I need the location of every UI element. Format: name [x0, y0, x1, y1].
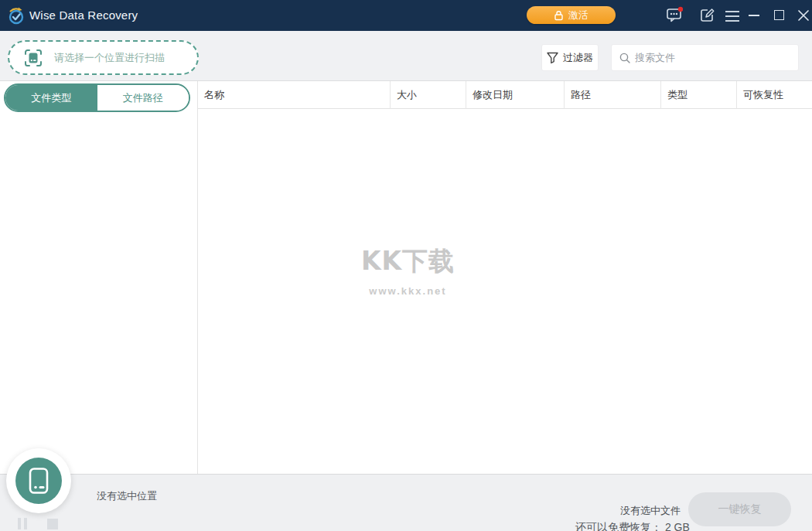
search-icon [619, 52, 631, 64]
filter-funnel-icon [547, 52, 558, 64]
titlebar: Wise Data Recovery 激活 [0, 0, 812, 31]
free-quota-label: 还可以免费恢复： 2 GB [575, 521, 690, 531]
column-header-path[interactable]: 路径 [564, 81, 660, 109]
column-header-type[interactable]: 类型 [660, 81, 736, 109]
watermark: KK下载 www.kkx.net [352, 244, 464, 297]
column-header-name[interactable]: 名称 [198, 81, 390, 109]
column-header-size[interactable]: 大小 [390, 81, 466, 109]
scan-drive-icon [23, 48, 43, 68]
filter-label: 过滤器 [563, 51, 593, 65]
filter-button[interactable]: 过滤器 [541, 44, 599, 71]
search-box [611, 44, 799, 71]
activate-button[interactable]: 激活 [527, 6, 616, 24]
maximize-button[interactable] [774, 10, 784, 20]
activate-label: 激活 [568, 9, 589, 22]
tab-file-type[interactable]: 文件类型 [5, 85, 97, 111]
sidebar-panel: 文件类型 文件路径 [0, 81, 198, 474]
app-title: Wise Data Recovery [29, 9, 138, 22]
pause-scan-icon[interactable] [18, 518, 29, 529]
results-table-header: 名称 大小 修改日期 路径 类型 可恢复性 [198, 81, 812, 109]
notification-badge [678, 7, 683, 12]
edit-feedback-icon[interactable] [698, 6, 715, 23]
location-status: 没有选中位置 [97, 489, 157, 503]
toolbar: 请选择一个位置进行扫描 过滤器 [0, 31, 812, 81]
view-tabs: 文件类型 文件路径 [4, 83, 190, 112]
column-header-recoverability[interactable]: 可恢复性 [736, 81, 812, 109]
drive-select-fab[interactable] [6, 448, 71, 513]
column-header-modified-date[interactable]: 修改日期 [466, 81, 564, 109]
close-button[interactable] [797, 9, 810, 22]
app-logo-icon [7, 6, 26, 25]
selection-status: 没有选中文件 [620, 504, 681, 518]
stop-scan-icon[interactable] [47, 519, 58, 529]
watermark-url: www.kkx.net [352, 285, 464, 297]
lock-icon [554, 10, 564, 21]
app-window: Wise Data Recovery 激活 [0, 0, 812, 531]
watermark-title: KK下载 [352, 244, 464, 279]
menu-icon[interactable] [724, 8, 741, 25]
tab-file-path[interactable]: 文件路径 [97, 85, 189, 111]
recover-button[interactable]: 一键恢复 [688, 492, 791, 526]
search-input[interactable] [635, 45, 793, 70]
minimize-button[interactable] [749, 15, 759, 16]
messages-icon[interactable] [666, 6, 683, 23]
storage-device-icon [27, 467, 50, 495]
select-location-label: 请选择一个位置进行扫描 [54, 51, 165, 65]
drive-circle [15, 458, 62, 504]
select-location-button[interactable]: 请选择一个位置进行扫描 [8, 40, 199, 75]
